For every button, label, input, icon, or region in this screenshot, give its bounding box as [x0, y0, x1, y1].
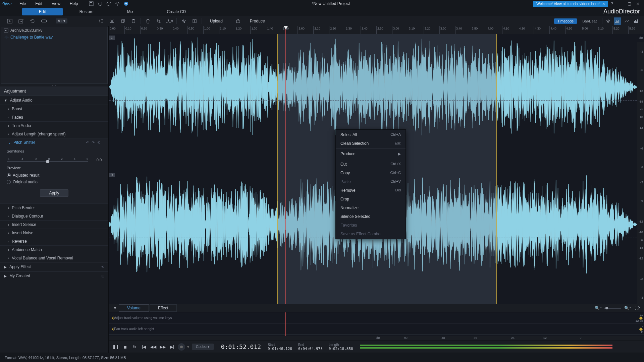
maximize-button[interactable]: ▢	[625, 1, 633, 7]
bars-view-icon[interactable]	[633, 17, 640, 25]
radio-adjusted[interactable]: Adjusted result	[7, 172, 102, 179]
produce-button[interactable]: Produce	[245, 18, 270, 24]
adj-reverse[interactable]: ›Reverse	[0, 237, 108, 245]
loop-button[interactable]: ↻	[131, 343, 138, 351]
adj-trim-audio[interactable]: ›Trim Audio	[0, 121, 108, 130]
import-file-icon[interactable]	[6, 17, 13, 25]
svg-rect-24	[4, 29, 8, 32]
normalize-icon[interactable]	[180, 17, 187, 25]
text-size-button[interactable]: A+ ▾	[56, 18, 67, 23]
add-icon[interactable]: ⊞	[101, 274, 104, 278]
section-apply-effect[interactable]: ▶Apply Effect⟲	[0, 262, 108, 271]
timeline-ruler[interactable]: 0:000:100:200:300:400:501:001:101:201:30…	[109, 26, 644, 34]
media-library: Archive.2020.mkv Challenge to Battle.wav	[1, 27, 108, 84]
cut-icon[interactable]	[108, 17, 116, 25]
undo-icon[interactable]	[97, 1, 103, 6]
undo-small-icon[interactable]: ↶	[86, 140, 89, 145]
fade-icon[interactable]: ▾	[166, 17, 173, 25]
crop-icon[interactable]	[155, 17, 162, 25]
ctx-copy[interactable]: CopyCtrl+C	[336, 169, 406, 177]
ctx-cut[interactable]: CutCtrl+X	[336, 160, 406, 169]
volume-track[interactable]: Adjust track volume using volume keys 12…	[109, 312, 644, 323]
ctx-clean-selection[interactable]: Clean SelectionEsc	[336, 139, 406, 148]
redo-icon[interactable]	[106, 1, 111, 6]
mode-tab-edit[interactable]: Edit	[22, 8, 63, 15]
menu-edit[interactable]: Edit	[31, 0, 47, 7]
next-button[interactable]: ▶|	[168, 343, 176, 351]
welcome-banner[interactable]: Welcome! View all tutorial videos here! …	[533, 1, 608, 7]
prev-button[interactable]: |◀	[140, 343, 148, 351]
refresh-icon[interactable]	[29, 17, 36, 25]
stop-button[interactable]: ◼	[121, 343, 129, 351]
adj-dialogue-contour[interactable]: ›Dialogue Contour	[0, 212, 108, 220]
media-item[interactable]: Challenge to Battle.wav	[1, 34, 107, 41]
ctx-select-all[interactable]: Select AllCtrl+A	[336, 130, 406, 139]
track-dropdown-icon[interactable]: ▾	[111, 305, 119, 311]
adj-pitch-shifter[interactable]: ⌄Pitch Shifter ↶↷⟲	[0, 138, 108, 146]
zoom-in-icon[interactable]: 🔍⁺	[624, 304, 631, 312]
track-tab-volume[interactable]: Volume	[119, 304, 149, 312]
paste-icon[interactable]	[130, 17, 137, 25]
spectral-view-icon[interactable]	[614, 17, 621, 25]
close-button[interactable]: ✕	[634, 1, 642, 7]
freq-view-icon[interactable]	[623, 17, 631, 25]
ctx-remove[interactable]: RemoveDel	[336, 186, 406, 195]
adj-length[interactable]: ›Adjust Length (change speed)	[0, 130, 108, 138]
pan-track[interactable]: Pan track audio left or right L R	[109, 323, 644, 335]
mode-tab-mix[interactable]: Mix	[110, 8, 150, 15]
adj-insert-silence[interactable]: ›Insert Silence	[0, 220, 108, 229]
adj-boost[interactable]: ›Boost	[0, 105, 108, 113]
delete-icon[interactable]	[144, 17, 152, 25]
mode-tab-create-cd[interactable]: Create CD	[150, 8, 203, 15]
cloud-download-icon[interactable]	[40, 17, 48, 25]
menu-help[interactable]: Help	[65, 0, 83, 7]
record-button[interactable]	[178, 343, 185, 351]
rewind-button[interactable]: ◀◀	[150, 343, 157, 351]
ctx-silence-selected[interactable]: Silence Selected	[336, 212, 406, 221]
forward-button[interactable]: ▶▶	[159, 343, 166, 351]
import-media-icon[interactable]	[17, 17, 25, 25]
upload-button[interactable]: Upload	[205, 18, 227, 24]
adj-ambience-match[interactable]: ›Ambience Match	[0, 245, 108, 254]
reset-small-icon[interactable]: ⟲	[97, 140, 100, 145]
section-my-created[interactable]: ▶My Created⊞	[0, 272, 108, 280]
semitones-slider[interactable]: -6-4-20246	[7, 157, 88, 163]
media-item[interactable]: Archive.2020.mkv	[1, 27, 107, 34]
apply-button[interactable]: Apply	[40, 189, 68, 197]
save-icon[interactable]	[89, 1, 94, 6]
ctx-normalize[interactable]: Normalize	[336, 203, 406, 212]
zoom-slider[interactable]	[604, 308, 621, 309]
zoom-fit-icon[interactable]: ⛶⁺	[634, 304, 641, 312]
waveform-view-icon[interactable]	[604, 17, 612, 25]
copy-icon[interactable]	[119, 17, 126, 25]
menu-file[interactable]: File	[15, 0, 31, 7]
adj-pitch-bender[interactable]: ›Pitch Bender	[0, 203, 108, 212]
select-tool-icon[interactable]	[98, 17, 105, 25]
adj-fades[interactable]: ›Fades	[0, 113, 108, 121]
track-tab-effect[interactable]: Effect	[150, 304, 176, 312]
timecode-button[interactable]: Timecode	[554, 18, 577, 24]
slider-thumb[interactable]	[46, 160, 49, 163]
radio-original[interactable]: Original audio	[7, 179, 102, 185]
cloud-icon[interactable]	[123, 1, 129, 6]
ctx-crop[interactable]: Crop	[336, 195, 406, 203]
record-dropdown-icon[interactable]: ▾	[187, 345, 189, 349]
codec-button[interactable]: Codec ▾	[192, 344, 214, 350]
barbeat-button[interactable]: Bar/Beat	[579, 18, 600, 24]
help-icon[interactable]: ?	[611, 1, 613, 6]
settings-icon[interactable]	[115, 1, 120, 6]
zoom-out-icon[interactable]: 🔍⁻	[594, 304, 602, 312]
mode-tab-restore[interactable]: Restore	[63, 8, 110, 15]
export-icon[interactable]	[234, 17, 242, 25]
adj-vocal-balance[interactable]: ›Vocal Balance and Vocal Removal	[0, 254, 108, 262]
pause-button[interactable]: ❚❚	[112, 343, 119, 351]
adj-insert-noise[interactable]: ›Insert Noise	[0, 229, 108, 237]
minimize-button[interactable]: ─	[616, 1, 625, 7]
welcome-close-icon[interactable]: ×	[602, 1, 605, 6]
redo-small-icon[interactable]: ↷	[92, 140, 95, 145]
reset-icon[interactable]: ⟲	[101, 265, 104, 269]
menu-view[interactable]: View	[47, 0, 65, 7]
channels-icon[interactable]	[191, 17, 198, 25]
section-adjust-audio[interactable]: ▼Adjust Audio	[0, 96, 108, 105]
ctx-produce[interactable]: Produce▶	[336, 149, 406, 158]
